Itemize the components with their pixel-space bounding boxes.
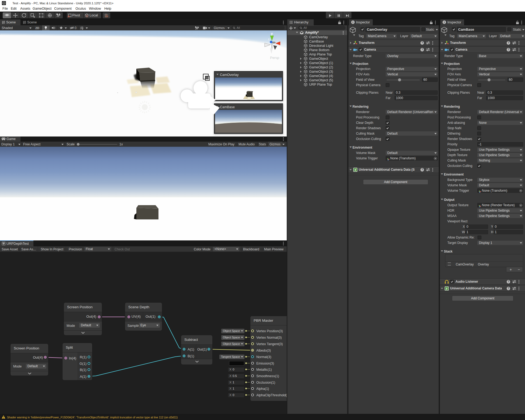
svg-text:#: # bbox=[446, 287, 448, 290]
svg-text:y: y bbox=[271, 32, 273, 36]
svg-text:y: y bbox=[82, 28, 83, 30]
svg-text:#: # bbox=[355, 168, 356, 172]
svg-text:z: z bbox=[268, 38, 270, 41]
